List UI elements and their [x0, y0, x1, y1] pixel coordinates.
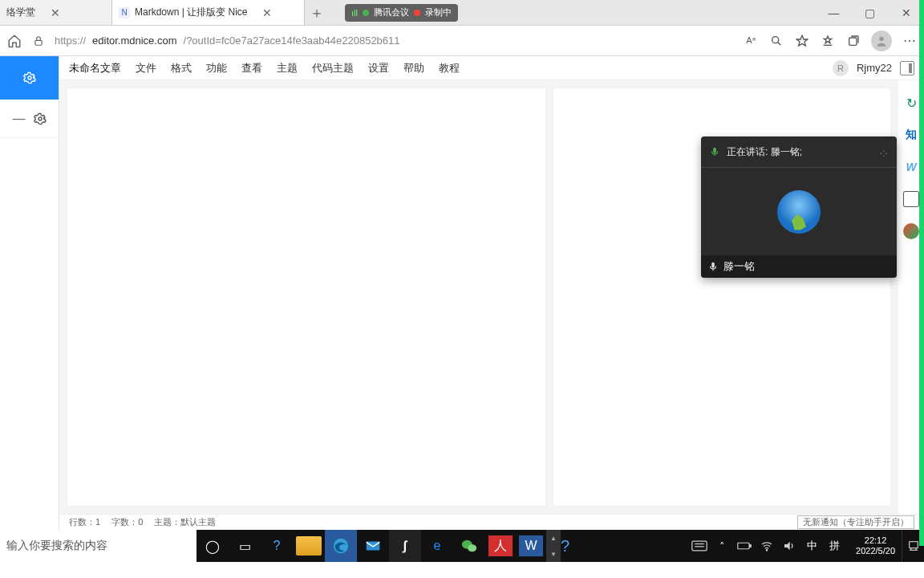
editor-pane[interactable]: [67, 88, 545, 506]
username[interactable]: Rjmy22: [857, 62, 892, 74]
chevron-down-icon[interactable]: ▼: [550, 551, 557, 558]
reader-icon[interactable]: Aᵃ: [743, 33, 759, 49]
svg-rect-15: [367, 542, 380, 551]
svg-marker-3: [796, 35, 807, 46]
ime-indicator[interactable]: 中: [801, 530, 822, 562]
more-icon[interactable]: ⁘: [878, 146, 890, 161]
zhihu-icon[interactable]: 知: [903, 127, 919, 143]
window-controls: — ▢ ✕: [816, 0, 924, 25]
tab-title: 络学堂: [6, 6, 35, 19]
menu-tutorial[interactable]: 教程: [439, 61, 460, 75]
edge-icon[interactable]: [325, 530, 357, 562]
meeting-status-label: 录制中: [425, 6, 452, 18]
app-icon[interactable]: [903, 223, 919, 239]
taskbar-clock[interactable]: 22:12 2022/5/20: [851, 535, 900, 556]
menu-help[interactable]: 帮助: [403, 61, 424, 75]
svg-rect-12: [711, 263, 715, 268]
menu-theme[interactable]: 主题: [277, 61, 298, 75]
accent-stripe: [919, 0, 924, 546]
meeting-status-pill[interactable]: ıll 腾讯会议 录制中: [345, 4, 458, 22]
collections-icon[interactable]: [845, 33, 861, 49]
maximize-button[interactable]: ▢: [852, 0, 888, 25]
menu-file[interactable]: 文件: [136, 61, 156, 75]
panel-toggle-icon[interactable]: [900, 61, 914, 75]
keyboard-icon[interactable]: [689, 530, 710, 562]
monitor-icon[interactable]: [903, 191, 919, 207]
help-app-icon[interactable]: ?: [561, 537, 590, 556]
weibo-icon[interactable]: W: [903, 159, 919, 175]
address-bar: https://editor.mdnice.com/?outId=fc0e7a2…: [0, 26, 924, 56]
browser-tab-active[interactable]: N Markdown | 让排版变 Nice ✕: [112, 0, 305, 25]
url-host: editor.mdnice.com: [92, 35, 177, 47]
svg-rect-22: [750, 545, 752, 547]
mic-icon: [709, 146, 720, 157]
ime-mode[interactable]: 拼: [824, 530, 845, 562]
new-tab-button[interactable]: ＋: [305, 0, 329, 25]
word-icon[interactable]: W: [519, 535, 543, 556]
home-icon[interactable]: [6, 33, 22, 49]
doc-title[interactable]: 未命名文章: [69, 61, 121, 75]
file-explorer-icon[interactable]: [296, 536, 322, 556]
user-badge[interactable]: R: [833, 60, 849, 76]
app-menubar: 未命名文章 文件 格式 功能 查看 主题 代码主题 设置 帮助 教程 R Rjm…: [59, 56, 924, 80]
favorites-bar-icon[interactable]: [820, 33, 836, 49]
profile-avatar[interactable]: [871, 31, 892, 51]
svg-rect-0: [35, 40, 42, 45]
task-view-icon[interactable]: ▭: [229, 530, 261, 562]
menu-view[interactable]: 查看: [241, 61, 262, 75]
address-bar-actions: Aᵃ ⋯: [743, 31, 918, 51]
url-scheme: https://: [55, 35, 86, 47]
svg-point-9: [38, 117, 42, 120]
wifi-icon[interactable]: [756, 530, 777, 562]
url-input[interactable]: https://editor.mdnice.com/?outId=fc0e7a2…: [55, 35, 735, 47]
status-theme: 主题：默认主题: [154, 516, 216, 528]
editor-area: ↻ 知 W 正在讲话: 滕一铭; ⁘ 滕一铭: [59, 80, 924, 514]
svg-rect-10: [713, 148, 716, 153]
menu-function[interactable]: 功能: [206, 61, 227, 75]
zoom-icon[interactable]: [768, 33, 784, 49]
menu-code-theme[interactable]: 代码主题: [312, 61, 354, 75]
svg-point-8: [28, 76, 31, 79]
rail-item[interactable]: —: [0, 100, 59, 138]
tab-title: Markdown | 让排版变 Nice: [135, 6, 247, 19]
app-icon[interactable]: ∫: [389, 530, 421, 562]
close-icon[interactable]: ✕: [50, 7, 61, 18]
acrobat-icon[interactable]: 人: [488, 535, 513, 556]
taskbar-apps: ◯ ▭ ? ∫ e 人 W: [197, 530, 546, 562]
signal-icon: ıll: [351, 8, 358, 18]
taskbar-search[interactable]: 输入你要搜索的内容: [0, 530, 197, 562]
battery-icon[interactable]: [734, 530, 755, 562]
gear-icon: [34, 112, 47, 125]
svg-point-23: [766, 550, 767, 551]
wechat-icon[interactable]: [453, 530, 485, 562]
chevron-up-icon[interactable]: ▲: [550, 535, 557, 542]
scroll-buttons[interactable]: ▲ ▼: [546, 530, 561, 562]
mail-icon[interactable]: [357, 530, 389, 562]
svg-line-2: [778, 42, 781, 45]
sync-icon[interactable]: ↻: [903, 95, 919, 111]
svg-marker-4: [824, 36, 831, 43]
taskbar: 输入你要搜索的内容 ◯ ▭ ? ∫ e 人 W ▲ ▼ ? ˄: [0, 530, 924, 562]
close-icon[interactable]: ✕: [261, 7, 273, 18]
meeting-float-window[interactable]: 正在讲话: 滕一铭; ⁘ 滕一铭: [701, 136, 897, 278]
help-icon[interactable]: ?: [261, 530, 293, 562]
dash-icon: —: [13, 112, 26, 126]
menu-format[interactable]: 格式: [171, 61, 192, 75]
status-dot-green: [363, 10, 369, 16]
menu-settings[interactable]: 设置: [368, 61, 389, 75]
tray-chevron-up-icon[interactable]: ˄: [711, 530, 732, 562]
volume-icon[interactable]: [779, 530, 800, 562]
ie-icon[interactable]: e: [421, 530, 453, 562]
speaking-label: 正在讲话: 滕一铭;: [727, 145, 802, 159]
lock-icon[interactable]: [30, 33, 47, 49]
cortana-icon[interactable]: ◯: [197, 530, 229, 562]
left-rail: —: [0, 56, 59, 530]
rail-top-panel[interactable]: [0, 56, 59, 100]
more-icon[interactable]: ⋯: [902, 33, 918, 49]
svg-point-17: [468, 544, 476, 552]
status-chars: 字数：0: [111, 516, 143, 528]
browser-tab[interactable]: 络学堂 ✕: [0, 0, 112, 25]
participant-name: 滕一铭: [723, 259, 755, 274]
favorite-icon[interactable]: [794, 33, 810, 49]
minimize-button[interactable]: —: [816, 0, 852, 25]
